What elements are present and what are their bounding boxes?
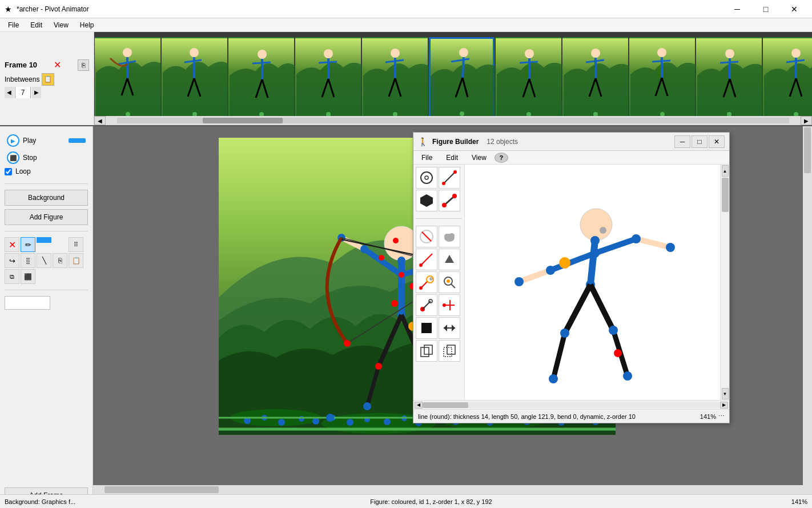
fb-color-tool[interactable] xyxy=(416,317,437,339)
frame-close-icon[interactable]: ✕ xyxy=(54,59,61,70)
fb-hscroll-track[interactable] xyxy=(423,402,720,408)
svg-point-122 xyxy=(326,414,334,422)
canvas-vscroll[interactable] xyxy=(803,126,812,494)
minimize-button[interactable]: ─ xyxy=(724,0,750,18)
frame-thumb-4[interactable] xyxy=(295,37,361,120)
fb-hscroll-thumb[interactable] xyxy=(423,402,468,408)
fb-hscroll-left[interactable]: ◀ xyxy=(415,402,423,409)
fb-more-icon[interactable]: ⋯ xyxy=(718,413,725,420)
svg-point-130 xyxy=(421,172,432,183)
fb-menu-view[interactable]: View xyxy=(466,153,492,163)
svg-line-57 xyxy=(720,62,738,63)
frame-thumb-5[interactable] xyxy=(362,37,428,120)
frame-thumb-7[interactable] xyxy=(496,37,561,120)
figure-builder-window: 🚶 Figure Builder 12 objects ─ □ ✕ File E… xyxy=(413,132,730,423)
add-figure-button[interactable]: Add Figure xyxy=(5,209,88,225)
fb-vscroll-down[interactable]: ▼ xyxy=(722,388,729,399)
strip-right-arrow[interactable]: ▶ xyxy=(801,116,812,125)
fb-scrollbar-h[interactable]: ◀ ▶ xyxy=(413,400,729,409)
copy-figure-tool[interactable]: ⎘ xyxy=(53,253,67,268)
fb-help-button[interactable]: ? xyxy=(495,153,508,163)
stop-button[interactable]: ⬛ Stop xyxy=(5,150,88,165)
edit-tool[interactable]: ✏ xyxy=(21,237,35,252)
frame-strip[interactable] xyxy=(94,32,812,125)
canvas-hscroll[interactable] xyxy=(93,485,812,494)
svg-line-140 xyxy=(422,232,431,241)
fb-circle-tool[interactable] xyxy=(416,167,437,189)
frame-thumb-8[interactable] xyxy=(562,37,628,120)
paste-icon[interactable]: 📋 xyxy=(42,73,54,86)
fb-delete-tool[interactable] xyxy=(416,249,437,270)
color-bar xyxy=(37,237,51,243)
fb-search-color-tool[interactable] xyxy=(416,271,437,293)
fb-blob-tool[interactable] xyxy=(439,226,460,247)
svg-point-178 xyxy=(632,234,641,243)
fb-zoom-tool[interactable] xyxy=(439,271,460,293)
copy2-tool[interactable]: ⧉ xyxy=(5,269,19,284)
fb-minimize-button[interactable]: ─ xyxy=(674,135,690,148)
paste-figure-tool[interactable]: 📋 xyxy=(69,253,83,268)
fb-scrollbar-v[interactable]: ▲ ▼ xyxy=(720,165,729,400)
frame-thumb-6[interactable] xyxy=(429,37,495,120)
frame-thumb-1[interactable] xyxy=(95,37,160,120)
fb-objects-count: 12 objects xyxy=(487,138,518,146)
frame-scrollbar-thumb[interactable] xyxy=(203,118,283,123)
zoom-input[interactable]: 100.00 xyxy=(5,296,50,310)
menu-help[interactable]: Help xyxy=(74,20,100,30)
fb-no-tool[interactable] xyxy=(416,226,437,247)
delete-figure-tool[interactable]: ✕ xyxy=(5,237,19,252)
menu-view[interactable]: View xyxy=(48,20,74,30)
play-button[interactable]: ▶ Play xyxy=(5,133,88,148)
menu-file[interactable]: File xyxy=(2,20,25,30)
frame-scrollbar-track[interactable] xyxy=(117,118,789,123)
inbetween-dec-button[interactable]: ◀ xyxy=(5,87,14,98)
frame-dot-6 xyxy=(460,111,464,116)
fb-line-tool[interactable] xyxy=(439,167,460,189)
svg-point-55 xyxy=(725,49,734,58)
fb-menu-edit[interactable]: Edit xyxy=(440,153,464,163)
svg-point-145 xyxy=(419,263,423,267)
close-button[interactable]: ✕ xyxy=(781,0,807,18)
canvas-hscroll-thumb[interactable] xyxy=(104,486,219,493)
frame-thumb-10[interactable] xyxy=(696,37,762,120)
loop-checkbox[interactable] xyxy=(5,168,12,175)
copy-frame-icon[interactable]: ⎘ xyxy=(78,59,89,71)
fb-thick-line-tool[interactable] xyxy=(439,190,460,211)
maximize-button[interactable]: □ xyxy=(753,0,779,18)
pen-tool[interactable]: ╲ xyxy=(37,253,51,268)
fb-vscroll-thumb[interactable] xyxy=(722,178,729,212)
grid-tool[interactable]: ⠿ xyxy=(69,237,83,252)
fb-copy-group-tool[interactable] xyxy=(416,340,437,362)
menu-edit[interactable]: Edit xyxy=(25,20,48,30)
frame-thumb-9[interactable] xyxy=(629,37,695,120)
fb-up-tool[interactable] xyxy=(439,249,460,270)
fb-polygon-tool[interactable] xyxy=(416,190,437,211)
multi-tool[interactable]: ⣿ xyxy=(21,253,35,268)
background-button[interactable]: Background xyxy=(5,190,88,206)
forward-tool[interactable]: ↪ xyxy=(5,253,19,268)
fb-flip-tool[interactable] xyxy=(439,317,460,339)
frame-thumb-11[interactable] xyxy=(763,37,812,120)
fb-menu-file[interactable]: File xyxy=(416,153,438,163)
fb-tool-row-1 xyxy=(416,167,462,189)
frame-thumb-2[interactable] xyxy=(162,37,227,120)
frame-scrollbar[interactable]: ◀ ▶ xyxy=(94,116,812,125)
frame-thumb-3[interactable] xyxy=(228,37,294,120)
fb-paste-group-tool[interactable] xyxy=(439,340,460,362)
svg-line-172 xyxy=(590,241,595,285)
play-circle: ▶ xyxy=(7,134,19,147)
fb-vscroll-track[interactable] xyxy=(721,177,729,387)
canvas-vscroll-thumb[interactable] xyxy=(804,127,811,173)
fb-hscroll-right[interactable]: ▶ xyxy=(720,402,728,409)
fb-remove-tool[interactable] xyxy=(439,294,460,316)
fb-canvas[interactable] xyxy=(465,165,720,400)
strip-left-arrow[interactable]: ◀ xyxy=(94,116,106,125)
fb-vscroll-up[interactable]: ▲ xyxy=(722,165,729,177)
fb-segment-tool[interactable] xyxy=(416,294,437,316)
paste2-tool[interactable]: ⬛ xyxy=(21,269,35,284)
canvas-area[interactable]: 🚶 Figure Builder 12 objects ─ □ ✕ File E… xyxy=(93,126,812,508)
inbetween-inc-button[interactable]: ▶ xyxy=(32,87,41,98)
fb-close-button[interactable]: ✕ xyxy=(709,135,725,148)
fb-maximize-button[interactable]: □ xyxy=(692,135,708,148)
fb-tool-row-8 xyxy=(416,340,462,362)
